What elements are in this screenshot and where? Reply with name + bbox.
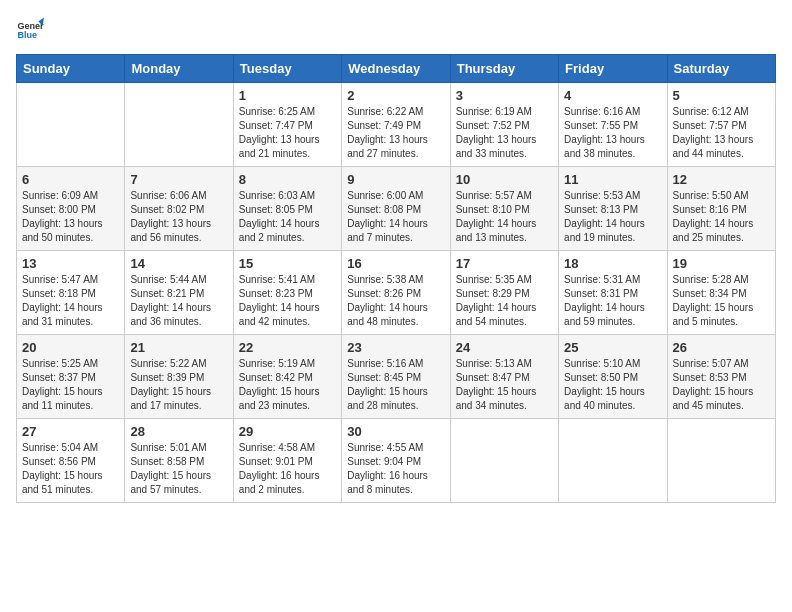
day-info: Sunrise: 6:03 AM Sunset: 8:05 PM Dayligh… (239, 189, 336, 245)
day-info: Sunrise: 6:22 AM Sunset: 7:49 PM Dayligh… (347, 105, 444, 161)
calendar-cell: 18Sunrise: 5:31 AM Sunset: 8:31 PM Dayli… (559, 251, 667, 335)
day-info: Sunrise: 5:13 AM Sunset: 8:47 PM Dayligh… (456, 357, 553, 413)
day-info: Sunrise: 6:19 AM Sunset: 7:52 PM Dayligh… (456, 105, 553, 161)
day-info: Sunrise: 5:10 AM Sunset: 8:50 PM Dayligh… (564, 357, 661, 413)
day-number: 5 (673, 88, 770, 103)
calendar-week-row: 6Sunrise: 6:09 AM Sunset: 8:00 PM Daylig… (17, 167, 776, 251)
calendar-week-row: 27Sunrise: 5:04 AM Sunset: 8:56 PM Dayli… (17, 419, 776, 503)
calendar-cell: 10Sunrise: 5:57 AM Sunset: 8:10 PM Dayli… (450, 167, 558, 251)
day-number: 10 (456, 172, 553, 187)
day-number: 11 (564, 172, 661, 187)
calendar-cell: 19Sunrise: 5:28 AM Sunset: 8:34 PM Dayli… (667, 251, 775, 335)
day-header-sunday: Sunday (17, 55, 125, 83)
day-number: 9 (347, 172, 444, 187)
calendar-cell: 6Sunrise: 6:09 AM Sunset: 8:00 PM Daylig… (17, 167, 125, 251)
day-header-saturday: Saturday (667, 55, 775, 83)
day-number: 20 (22, 340, 119, 355)
day-info: Sunrise: 6:09 AM Sunset: 8:00 PM Dayligh… (22, 189, 119, 245)
day-number: 14 (130, 256, 227, 271)
day-info: Sunrise: 5:25 AM Sunset: 8:37 PM Dayligh… (22, 357, 119, 413)
day-info: Sunrise: 5:35 AM Sunset: 8:29 PM Dayligh… (456, 273, 553, 329)
day-number: 28 (130, 424, 227, 439)
day-info: Sunrise: 5:53 AM Sunset: 8:13 PM Dayligh… (564, 189, 661, 245)
day-header-wednesday: Wednesday (342, 55, 450, 83)
calendar-cell: 8Sunrise: 6:03 AM Sunset: 8:05 PM Daylig… (233, 167, 341, 251)
calendar-table: SundayMondayTuesdayWednesdayThursdayFrid… (16, 54, 776, 503)
calendar-cell: 5Sunrise: 6:12 AM Sunset: 7:57 PM Daylig… (667, 83, 775, 167)
calendar-cell: 27Sunrise: 5:04 AM Sunset: 8:56 PM Dayli… (17, 419, 125, 503)
day-info: Sunrise: 6:16 AM Sunset: 7:55 PM Dayligh… (564, 105, 661, 161)
day-info: Sunrise: 5:04 AM Sunset: 8:56 PM Dayligh… (22, 441, 119, 497)
calendar-cell: 30Sunrise: 4:55 AM Sunset: 9:04 PM Dayli… (342, 419, 450, 503)
day-number: 27 (22, 424, 119, 439)
day-number: 19 (673, 256, 770, 271)
day-info: Sunrise: 4:55 AM Sunset: 9:04 PM Dayligh… (347, 441, 444, 497)
calendar-cell: 3Sunrise: 6:19 AM Sunset: 7:52 PM Daylig… (450, 83, 558, 167)
calendar-cell: 25Sunrise: 5:10 AM Sunset: 8:50 PM Dayli… (559, 335, 667, 419)
calendar-cell: 29Sunrise: 4:58 AM Sunset: 9:01 PM Dayli… (233, 419, 341, 503)
day-header-friday: Friday (559, 55, 667, 83)
day-info: Sunrise: 5:07 AM Sunset: 8:53 PM Dayligh… (673, 357, 770, 413)
calendar-cell: 2Sunrise: 6:22 AM Sunset: 7:49 PM Daylig… (342, 83, 450, 167)
calendar-cell (450, 419, 558, 503)
day-info: Sunrise: 5:22 AM Sunset: 8:39 PM Dayligh… (130, 357, 227, 413)
day-number: 15 (239, 256, 336, 271)
day-header-tuesday: Tuesday (233, 55, 341, 83)
logo-icon: General Blue (16, 16, 44, 44)
calendar-cell: 1Sunrise: 6:25 AM Sunset: 7:47 PM Daylig… (233, 83, 341, 167)
calendar-cell: 20Sunrise: 5:25 AM Sunset: 8:37 PM Dayli… (17, 335, 125, 419)
calendar-week-row: 13Sunrise: 5:47 AM Sunset: 8:18 PM Dayli… (17, 251, 776, 335)
day-info: Sunrise: 5:41 AM Sunset: 8:23 PM Dayligh… (239, 273, 336, 329)
calendar-week-row: 1Sunrise: 6:25 AM Sunset: 7:47 PM Daylig… (17, 83, 776, 167)
day-info: Sunrise: 5:19 AM Sunset: 8:42 PM Dayligh… (239, 357, 336, 413)
calendar-header-row: SundayMondayTuesdayWednesdayThursdayFrid… (17, 55, 776, 83)
day-number: 25 (564, 340, 661, 355)
day-number: 7 (130, 172, 227, 187)
calendar-cell (559, 419, 667, 503)
day-number: 18 (564, 256, 661, 271)
calendar-cell: 22Sunrise: 5:19 AM Sunset: 8:42 PM Dayli… (233, 335, 341, 419)
logo: General Blue (16, 16, 44, 44)
day-number: 3 (456, 88, 553, 103)
calendar-cell: 16Sunrise: 5:38 AM Sunset: 8:26 PM Dayli… (342, 251, 450, 335)
day-header-thursday: Thursday (450, 55, 558, 83)
day-number: 22 (239, 340, 336, 355)
calendar-cell (125, 83, 233, 167)
day-info: Sunrise: 5:50 AM Sunset: 8:16 PM Dayligh… (673, 189, 770, 245)
day-number: 21 (130, 340, 227, 355)
day-info: Sunrise: 4:58 AM Sunset: 9:01 PM Dayligh… (239, 441, 336, 497)
day-number: 23 (347, 340, 444, 355)
calendar-cell: 17Sunrise: 5:35 AM Sunset: 8:29 PM Dayli… (450, 251, 558, 335)
calendar-cell: 4Sunrise: 6:16 AM Sunset: 7:55 PM Daylig… (559, 83, 667, 167)
calendar-cell (667, 419, 775, 503)
day-number: 8 (239, 172, 336, 187)
day-info: Sunrise: 5:57 AM Sunset: 8:10 PM Dayligh… (456, 189, 553, 245)
day-info: Sunrise: 5:47 AM Sunset: 8:18 PM Dayligh… (22, 273, 119, 329)
day-info: Sunrise: 5:28 AM Sunset: 8:34 PM Dayligh… (673, 273, 770, 329)
day-info: Sunrise: 5:16 AM Sunset: 8:45 PM Dayligh… (347, 357, 444, 413)
day-info: Sunrise: 5:01 AM Sunset: 8:58 PM Dayligh… (130, 441, 227, 497)
calendar-cell: 14Sunrise: 5:44 AM Sunset: 8:21 PM Dayli… (125, 251, 233, 335)
day-number: 17 (456, 256, 553, 271)
day-number: 13 (22, 256, 119, 271)
day-info: Sunrise: 6:06 AM Sunset: 8:02 PM Dayligh… (130, 189, 227, 245)
day-header-monday: Monday (125, 55, 233, 83)
calendar-cell: 13Sunrise: 5:47 AM Sunset: 8:18 PM Dayli… (17, 251, 125, 335)
day-info: Sunrise: 6:00 AM Sunset: 8:08 PM Dayligh… (347, 189, 444, 245)
day-info: Sunrise: 5:38 AM Sunset: 8:26 PM Dayligh… (347, 273, 444, 329)
day-number: 29 (239, 424, 336, 439)
calendar-cell: 28Sunrise: 5:01 AM Sunset: 8:58 PM Dayli… (125, 419, 233, 503)
page-header: General Blue (16, 16, 776, 44)
day-info: Sunrise: 6:25 AM Sunset: 7:47 PM Dayligh… (239, 105, 336, 161)
calendar-cell: 11Sunrise: 5:53 AM Sunset: 8:13 PM Dayli… (559, 167, 667, 251)
day-info: Sunrise: 6:12 AM Sunset: 7:57 PM Dayligh… (673, 105, 770, 161)
calendar-cell: 24Sunrise: 5:13 AM Sunset: 8:47 PM Dayli… (450, 335, 558, 419)
day-number: 30 (347, 424, 444, 439)
calendar-cell (17, 83, 125, 167)
day-number: 2 (347, 88, 444, 103)
calendar-cell: 21Sunrise: 5:22 AM Sunset: 8:39 PM Dayli… (125, 335, 233, 419)
svg-text:Blue: Blue (17, 30, 37, 40)
day-number: 6 (22, 172, 119, 187)
day-number: 12 (673, 172, 770, 187)
calendar-cell: 12Sunrise: 5:50 AM Sunset: 8:16 PM Dayli… (667, 167, 775, 251)
